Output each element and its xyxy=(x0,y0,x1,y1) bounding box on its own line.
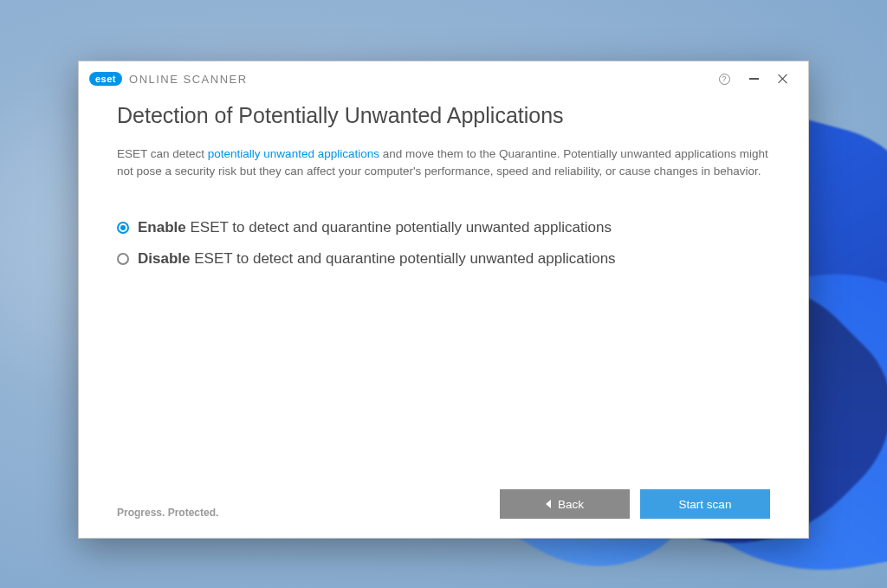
minimize-button[interactable] xyxy=(739,67,768,91)
radio-enable[interactable] xyxy=(117,222,129,234)
radio-disable[interactable] xyxy=(117,253,129,265)
pua-link[interactable]: potentially unwanted applications xyxy=(208,147,379,160)
option-disable-label: Disable ESET to detect and quarantine po… xyxy=(138,250,616,268)
back-button[interactable]: Back xyxy=(500,489,630,519)
footer-buttons: Back Start scan xyxy=(500,489,770,519)
option-disable-rest: ESET to detect and quarantine potentiall… xyxy=(190,250,615,267)
description-text: ESET can detect potentially unwanted app… xyxy=(117,145,770,181)
help-icon: ? xyxy=(719,74,730,85)
desc-pre: ESET can detect xyxy=(117,147,208,160)
tagline: Progress. Protected. xyxy=(117,507,218,519)
help-button[interactable]: ? xyxy=(709,67,739,91)
start-scan-button[interactable]: Start scan xyxy=(640,489,770,519)
options-group: Enable ESET to detect and quarantine pot… xyxy=(117,219,770,268)
start-scan-label: Start scan xyxy=(679,498,732,511)
page-title: Detection of Potentially Unwanted Applic… xyxy=(117,103,770,128)
titlebar: eset ONLINE SCANNER ? xyxy=(79,61,808,96)
option-enable-strong: Enable xyxy=(138,219,186,236)
minimize-icon xyxy=(749,78,759,79)
option-disable-strong: Disable xyxy=(138,250,190,267)
app-window: eset ONLINE SCANNER ? Detection of Poten… xyxy=(78,61,809,539)
footer: Progress. Protected. Back Start scan xyxy=(79,468,808,538)
option-disable[interactable]: Disable ESET to detect and quarantine po… xyxy=(117,250,770,268)
content-area: Detection of Potentially Unwanted Applic… xyxy=(79,96,808,468)
brand-title: ONLINE SCANNER xyxy=(129,73,248,86)
back-button-label: Back xyxy=(558,498,584,511)
option-enable-rest: ESET to detect and quarantine potentiall… xyxy=(186,219,612,236)
option-enable-label: Enable ESET to detect and quarantine pot… xyxy=(138,219,612,236)
close-icon xyxy=(778,74,788,84)
chevron-left-icon xyxy=(546,500,551,508)
brand-logo: eset xyxy=(89,72,122,86)
close-button[interactable] xyxy=(768,67,798,91)
option-enable[interactable]: Enable ESET to detect and quarantine pot… xyxy=(117,219,770,236)
